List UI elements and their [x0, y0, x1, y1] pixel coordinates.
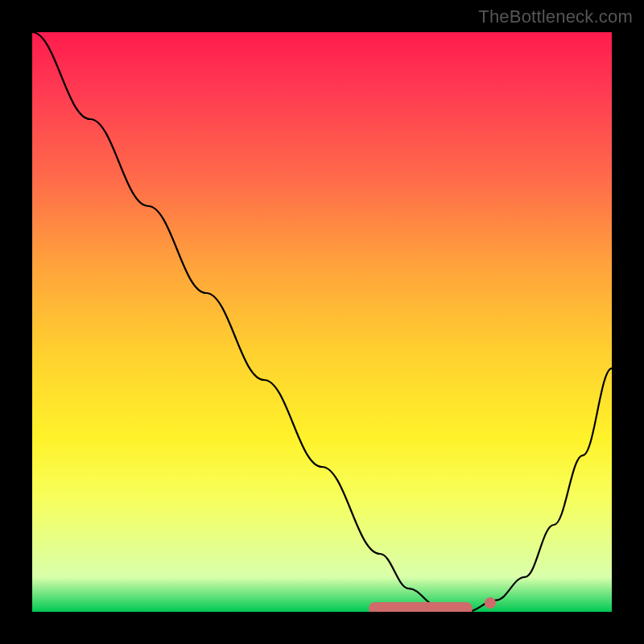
chart-frame: TheBottleneck.com — [0, 0, 644, 644]
optimal-point-dot — [485, 597, 496, 609]
plot-area — [32, 32, 612, 612]
bottleneck-curve — [32, 32, 612, 612]
curve-path — [32, 32, 612, 612]
optimal-range-bar — [369, 602, 473, 612]
watermark-text: TheBottleneck.com — [478, 6, 633, 27]
